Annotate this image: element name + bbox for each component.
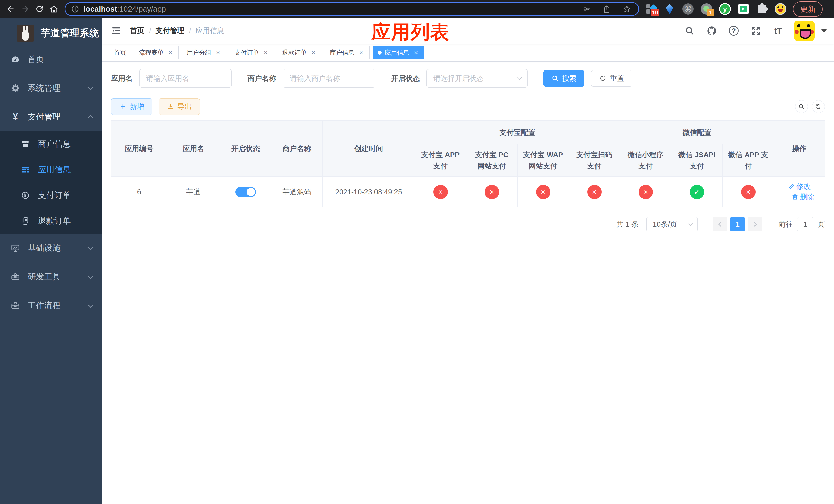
add-button[interactable]: 新增	[111, 98, 152, 115]
page-size-select[interactable]: 10条/页	[646, 217, 698, 231]
status-select[interactable]: 请选择开启状态	[426, 69, 528, 88]
sidebar-item-system[interactable]: 系统管理	[0, 74, 102, 102]
bookmark-star-icon[interactable]	[622, 5, 631, 13]
url-text[interactable]: localhost:1024/pay/app	[83, 5, 583, 13]
sidebar-toggle-hamburger-icon[interactable]	[110, 25, 122, 37]
enabled-switch[interactable]	[236, 187, 256, 197]
chevron-down-icon	[88, 273, 94, 279]
merchant-name-input[interactable]	[283, 69, 375, 88]
export-button[interactable]: 导出	[159, 98, 200, 115]
breadcrumb-home[interactable]: 首页	[130, 26, 145, 36]
sidebar-item-workflow[interactable]: 工作流程	[0, 291, 102, 320]
page-number-button[interactable]: 1	[730, 217, 745, 231]
status-cross-icon: ×	[587, 185, 602, 199]
col-header-alipay-app: 支付宝 APP 支付	[415, 144, 466, 177]
site-info-icon[interactable]	[71, 5, 79, 13]
sidebar-item-app-info[interactable]: 应用信息	[0, 157, 102, 183]
extensions-row: 10 ⌘ 1 y 更新	[645, 1, 834, 17]
tab-user-group[interactable]: 用户分组×	[182, 46, 226, 59]
forward-icon[interactable]	[18, 2, 32, 16]
dashboard-icon	[10, 54, 21, 65]
extension-chat-icon[interactable]	[738, 3, 749, 15]
app-logo[interactable]: 芋道管理系统	[0, 18, 102, 44]
col-header-wechat-app: 微信 APP 支付	[723, 144, 774, 177]
status-cross-icon: ×	[536, 185, 550, 199]
github-icon[interactable]	[706, 25, 718, 37]
col-header-wechat-mini: 微信小程序支付	[620, 144, 672, 177]
cell-status	[220, 177, 271, 207]
fullscreen-icon[interactable]	[750, 25, 762, 37]
password-key-icon[interactable]	[583, 5, 591, 13]
chevron-up-icon	[88, 115, 94, 121]
prev-page-button[interactable]	[713, 217, 727, 231]
sidebar-item-dev-tools[interactable]: 研发工具	[0, 262, 102, 291]
home-icon[interactable]	[47, 2, 61, 16]
close-icon[interactable]: ×	[262, 49, 269, 56]
sidebar-item-infrastructure[interactable]: 基础设施	[0, 234, 102, 262]
breadcrumb-current: 应用信息	[196, 26, 224, 36]
tab-process-form[interactable]: 流程表单×	[134, 46, 179, 59]
goto-label: 前往	[778, 220, 793, 229]
sidebar-item-pay-order[interactable]: 支付订单	[0, 183, 102, 208]
status-label: 开启状态	[391, 74, 420, 83]
help-icon[interactable]: ?	[728, 25, 740, 37]
extension-blocks-icon[interactable]: 10	[645, 3, 657, 15]
logo-image	[17, 25, 34, 42]
font-size-icon[interactable]: tT	[772, 25, 784, 37]
monitor-icon	[10, 243, 21, 253]
close-icon[interactable]: ×	[412, 49, 420, 56]
sidebar-item-merchant-info[interactable]: 商户信息	[0, 131, 102, 157]
tab-home[interactable]: 首页	[109, 46, 131, 59]
close-icon[interactable]: ×	[357, 49, 365, 56]
delete-button[interactable]: 删除	[791, 192, 814, 202]
user-avatar[interactable]	[794, 21, 814, 41]
cell-alipay-qr-status: ×	[569, 177, 620, 207]
navbar-actions: ? tT	[684, 21, 827, 41]
edit-button[interactable]: 修改	[788, 182, 811, 191]
breadcrumb-payment[interactable]: 支付管理	[156, 26, 184, 36]
tab-app-info[interactable]: 应用信息×	[373, 46, 424, 59]
share-icon[interactable]	[602, 5, 611, 13]
reset-button[interactable]: 重置	[591, 70, 632, 87]
col-header-alipay-pc: 支付宝 PC 网站支付	[466, 144, 518, 177]
browser-menu-icon[interactable]	[829, 5, 834, 14]
goto-page-input[interactable]	[797, 217, 813, 231]
store-icon	[21, 139, 30, 149]
sidebar-item-home[interactable]: 首页	[0, 45, 102, 74]
extension-gem-icon[interactable]	[664, 3, 676, 15]
toggle-search-button[interactable]	[795, 100, 808, 113]
refresh-button[interactable]	[812, 100, 825, 113]
close-icon[interactable]: ×	[214, 49, 222, 56]
extension-badge: 1	[707, 9, 715, 17]
search-icon[interactable]	[684, 25, 696, 37]
chevron-right-icon	[752, 222, 757, 227]
chevron-left-icon	[718, 222, 723, 227]
extension-command-icon[interactable]: ⌘	[682, 3, 694, 15]
back-icon[interactable]	[4, 2, 18, 16]
address-bar[interactable]: localhost:1024/pay/app	[65, 2, 639, 16]
extensions-puzzle-icon[interactable]	[756, 3, 768, 15]
sidebar-item-payment[interactable]: ¥ 支付管理	[0, 102, 102, 131]
tab-pay-order[interactable]: 支付订单×	[229, 46, 274, 59]
chevron-down-icon	[88, 245, 94, 250]
search-button[interactable]: 搜索	[544, 70, 585, 87]
browser-profile-avatar[interactable]	[774, 3, 786, 15]
close-icon[interactable]: ×	[310, 49, 317, 56]
app-name-input[interactable]	[139, 69, 232, 88]
group-header-wechat: 微信配置	[620, 121, 774, 144]
tab-merchant-info[interactable]: 商户信息×	[325, 46, 370, 59]
user-menu-caret-icon[interactable]	[821, 29, 827, 32]
search-form: 应用名 商户名称 开启状态 请选择开启状态	[111, 69, 825, 88]
cell-wechat-app-status: ×	[723, 177, 774, 207]
col-header-alipay-wap: 支付宝 WAP 网站支付	[518, 144, 569, 177]
table-row: 6 芋道 芋道源码 2021-10-23 08:49:25 × × × × ×	[111, 177, 825, 207]
tab-refund-order[interactable]: 退款订单×	[277, 46, 322, 59]
reload-icon[interactable]	[32, 2, 47, 16]
sidebar-item-refund-order[interactable]: 退款订单	[0, 208, 102, 234]
next-page-button[interactable]	[748, 217, 762, 231]
extension-y-icon[interactable]: y	[719, 3, 731, 15]
extension-recorder-icon[interactable]: 1	[701, 3, 712, 15]
browser-update-button[interactable]: 更新	[793, 1, 823, 17]
close-icon[interactable]: ×	[167, 49, 174, 56]
app-table: 应用编号 应用名 开启状态 商户名称 创建时间 支付宝配置 微信配置 操作 支付…	[111, 120, 825, 207]
